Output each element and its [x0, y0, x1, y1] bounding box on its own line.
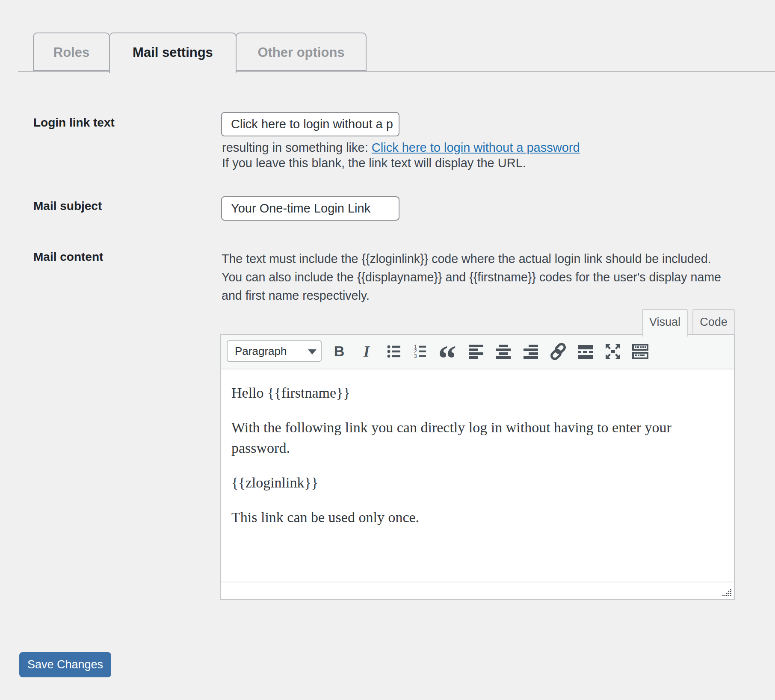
- svg-text:3: 3: [414, 353, 417, 359]
